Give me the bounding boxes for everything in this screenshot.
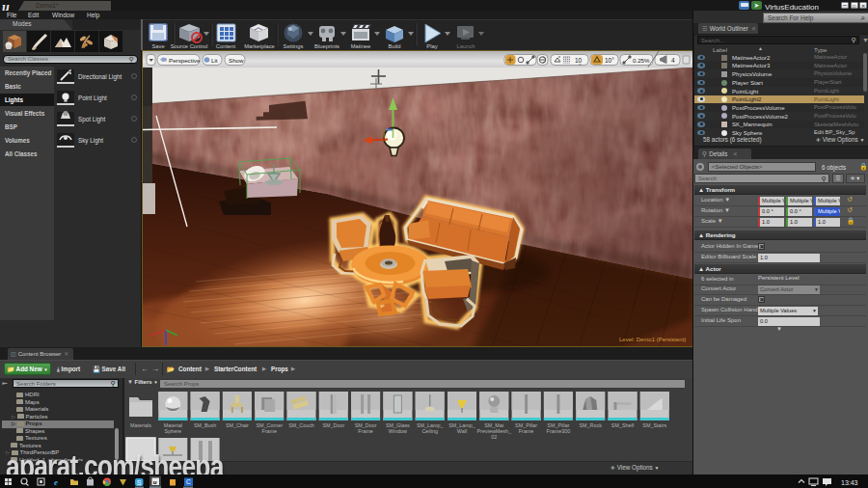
svg-text:e: e (54, 477, 58, 487)
svg-text:Matinee: Matinee (351, 43, 371, 49)
svg-text:10°: 10° (605, 57, 614, 64)
svg-text:SM_MatPreviewMesh_02: SM_MatPreviewMesh_02 (477, 422, 512, 440)
svg-text:0.25%: 0.25% (633, 57, 650, 64)
svg-text:SM_Lamp_Ceiling: SM_Lamp_Ceiling (417, 422, 445, 434)
svg-text:SM_PillarFrame300: SM_PillarFrame300 (547, 422, 571, 434)
svg-text:SM_Lamp_Wall: SM_Lamp_Wall (448, 422, 476, 434)
svg-text:Settings: Settings (284, 43, 304, 49)
svg-text:Content: Content (216, 43, 236, 49)
svg-text:Perspective: Perspective (169, 57, 201, 64)
svg-text:SM_GlassWindow: SM_GlassWindow (386, 422, 410, 434)
svg-text:10: 10 (575, 57, 583, 64)
svg-text:SM_Shelf: SM_Shelf (611, 422, 635, 428)
svg-text:Lit: Lit (211, 57, 218, 64)
svg-text:S: S (137, 479, 142, 486)
svg-text:Play: Play (426, 43, 437, 49)
svg-text:SM_PillarFrame: SM_PillarFrame (515, 422, 537, 434)
svg-text:SM_Couch: SM_Couch (288, 422, 314, 428)
svg-text:SM_Rock: SM_Rock (580, 422, 603, 428)
svg-text:SM_Stairs: SM_Stairs (642, 422, 666, 428)
svg-text:Level: Demo1 (Persistent): Level: Demo1 (Persistent) (619, 337, 686, 342)
svg-text:Marketplace: Marketplace (244, 43, 275, 49)
svg-text:Show: Show (229, 57, 244, 64)
svg-text:C: C (186, 478, 191, 485)
svg-text:Launch: Launch (456, 43, 475, 49)
svg-text:Materials: Materials (130, 422, 151, 428)
svg-text:SM_Chair: SM_Chair (226, 422, 249, 428)
svg-text:SM_CornerFrame: SM_CornerFrame (256, 422, 283, 434)
svg-text:MaterialSphere: MaterialSphere (164, 422, 182, 434)
svg-text:Source Control: Source Control (171, 43, 208, 49)
svg-text:4: 4 (671, 57, 675, 64)
svg-text:SM_Bush: SM_Bush (194, 422, 216, 428)
svg-text:u: u (153, 478, 157, 486)
svg-text:Save: Save (151, 43, 164, 49)
svg-text:SM_Door: SM_Door (322, 422, 344, 428)
svg-text:Blueprints: Blueprints (314, 43, 339, 49)
svg-text:Build: Build (389, 43, 401, 49)
svg-text:SM_DoorFrame: SM_DoorFrame (355, 422, 377, 434)
svg-text:13:43: 13:43 (841, 479, 858, 486)
